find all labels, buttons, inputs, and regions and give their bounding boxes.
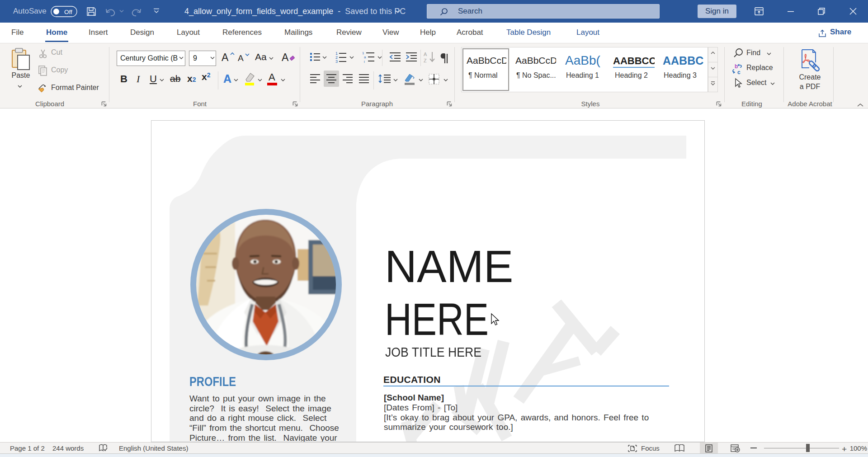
svg-text:a: a	[364, 55, 366, 59]
svg-text:c: c	[737, 69, 741, 75]
svg-text:A: A	[424, 52, 427, 57]
svg-text:Off: Off	[64, 9, 72, 15]
svg-text:1: 1	[362, 51, 364, 55]
svg-text:Z: Z	[424, 58, 427, 63]
svg-text:b: b	[735, 63, 738, 70]
svg-text:3: 3	[335, 59, 338, 63]
svg-text:i: i	[364, 60, 365, 63]
